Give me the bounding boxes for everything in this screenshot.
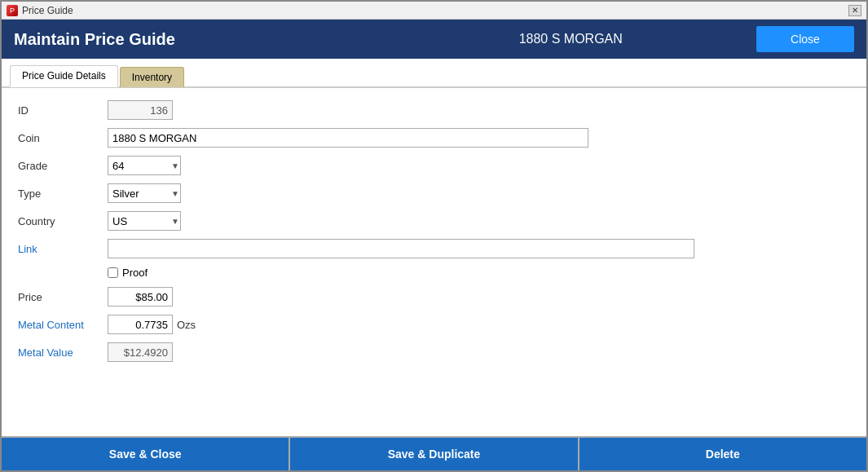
- window-close-button[interactable]: ✕: [848, 5, 861, 16]
- price-field[interactable]: [108, 287, 173, 307]
- coin-row: Coin: [18, 128, 850, 148]
- price-row: Price: [18, 287, 850, 307]
- header-bar: Maintain Price Guide 1880 S MORGAN Close: [2, 20, 866, 59]
- proof-label: Proof: [122, 267, 148, 279]
- metal-value-field[interactable]: [108, 342, 173, 362]
- tab-price-guide-details[interactable]: Price Guide Details: [10, 65, 118, 87]
- proof-row: Proof: [18, 267, 850, 279]
- grade-label: Grade: [18, 160, 108, 172]
- coin-field[interactable]: [108, 128, 588, 148]
- page-title: Maintain Price Guide: [14, 30, 386, 49]
- save-close-button[interactable]: Save & Close: [2, 438, 290, 470]
- link-label: Link: [18, 243, 108, 255]
- coin-label: Coin: [18, 132, 108, 144]
- metal-unit-label: Ozs: [177, 319, 196, 331]
- save-duplicate-button[interactable]: Save & Duplicate: [290, 438, 579, 470]
- type-select-wrapper: Silver Gold Copper Nickel ▼: [108, 183, 181, 203]
- tab-inventory[interactable]: Inventory: [120, 67, 184, 87]
- footer-bar: Save & Close Save & Duplicate Delete: [2, 436, 866, 470]
- proof-checkbox[interactable]: [108, 267, 118, 278]
- content-area: ID Coin Grade 64 65 66 63 62 ▼: [2, 88, 866, 436]
- id-row: ID: [18, 100, 850, 120]
- type-select[interactable]: Silver Gold Copper Nickel: [108, 183, 181, 203]
- grade-select[interactable]: 64 65 66 63 62: [108, 156, 181, 175]
- window-title: Price Guide: [22, 5, 73, 16]
- price-label: Price: [18, 291, 108, 303]
- metal-content-field[interactable]: [108, 315, 173, 334]
- metal-content-row: Metal Content Ozs: [18, 315, 850, 334]
- type-label: Type: [18, 187, 108, 200]
- metal-content-label: Metal Content: [18, 319, 108, 331]
- header-close-button[interactable]: Close: [756, 26, 854, 52]
- link-field[interactable]: [108, 239, 694, 258]
- app-icon: P: [7, 5, 18, 16]
- title-bar: P Price Guide ✕: [2, 2, 866, 20]
- type-row: Type Silver Gold Copper Nickel ▼: [18, 183, 850, 203]
- grade-row: Grade 64 65 66 63 62 ▼: [18, 156, 850, 175]
- country-select[interactable]: US UK Canada Mexico: [108, 211, 181, 231]
- main-window: P Price Guide ✕ Maintain Price Guide 188…: [0, 0, 868, 472]
- country-row: Country US UK Canada Mexico ▼: [18, 211, 850, 231]
- header-coin-name: 1880 S MORGAN: [386, 32, 757, 46]
- title-bar-left: P Price Guide: [7, 5, 73, 16]
- link-row: Link: [18, 239, 850, 258]
- metal-value-row: Metal Value: [18, 342, 850, 362]
- id-field[interactable]: [108, 100, 173, 120]
- country-label: Country: [18, 215, 108, 227]
- delete-button[interactable]: Delete: [579, 438, 866, 470]
- country-select-wrapper: US UK Canada Mexico ▼: [108, 211, 181, 231]
- metal-value-label: Metal Value: [18, 346, 108, 359]
- grade-select-wrapper: 64 65 66 63 62 ▼: [108, 156, 181, 175]
- id-label: ID: [18, 104, 108, 117]
- tabs-bar: Price Guide Details Inventory: [2, 59, 866, 88]
